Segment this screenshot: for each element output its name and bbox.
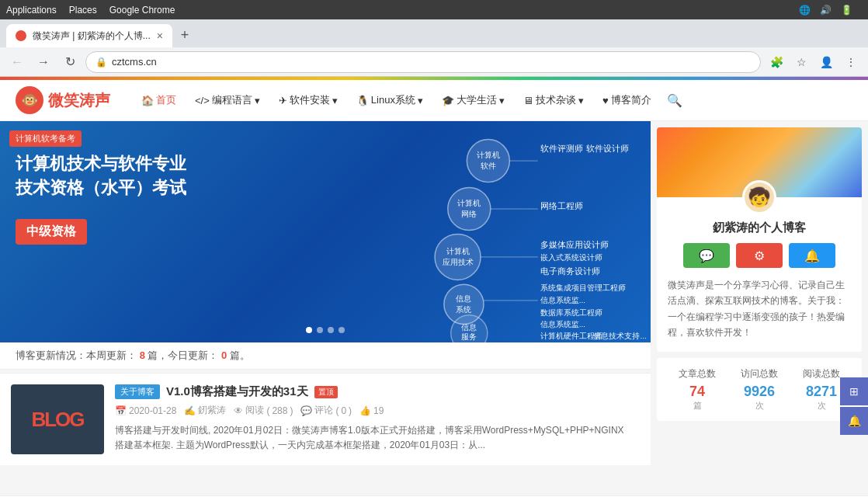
address-bar[interactable]: 🔒 cztcms.cn xyxy=(85,51,761,73)
profile-body: 釰紫涛的个人博客 💬 ⚙ 🔔 微笑涛声是一个分享学习心得、记录自己生活点滴、探索… xyxy=(657,197,862,352)
svg-text:服务: 服务 xyxy=(461,332,477,341)
sidebar-profile: 🧒 釰紫涛的个人博客 💬 ⚙ 🔔 微笑涛声是一个分享学习心得、记录自己生活点滴、… xyxy=(657,127,862,352)
article-views: 👁 阅读(288) xyxy=(234,404,293,417)
right-sidebar: 🧒 釰紫涛的个人博客 💬 ⚙ 🔔 微笑涛声是一个分享学习心得、记录自己生活点滴、… xyxy=(651,121,868,495)
page-content: 🐵 微笑涛声 🏠 首页 </> 编程语言 ▾ ✈ 软件安装 ▾ 🐧 Linux系… xyxy=(0,77,868,497)
tab-favicon xyxy=(16,30,26,41)
logo-icon: 🐵 xyxy=(16,86,43,114)
menu-button[interactable]: ⋮ xyxy=(840,51,862,73)
wechat-button[interactable]: 💬 xyxy=(683,243,730,268)
nav-home-label: 首页 xyxy=(156,93,176,107)
article-thumbnail: BLOG xyxy=(11,384,104,454)
site-nav: 🏠 首页 </> 编程语言 ▾ ✈ 软件安装 ▾ 🐧 Linux系统 ▾ 🎓 大… xyxy=(134,89,852,112)
nav-linux[interactable]: 🐧 Linux系统 ▾ xyxy=(349,89,431,112)
svg-text:应用技术: 应用技术 xyxy=(443,258,474,266)
dot-3[interactable] xyxy=(328,327,334,333)
nav-college[interactable]: 🎓 大学生活 ▾ xyxy=(434,89,512,112)
today-count: 0 xyxy=(221,349,227,361)
svg-text:网络: 网络 xyxy=(461,210,477,218)
tab-close-button[interactable]: × xyxy=(157,30,163,42)
sidebar-stats: 文章总数 74 篇 访问总数 9926 次 阅读总数 8271 次 xyxy=(657,358,862,421)
articles-stat-label: 文章总数 xyxy=(666,367,728,381)
article-likes: 👍 19 xyxy=(359,404,384,417)
profile-avatar: 🧒 xyxy=(742,180,776,214)
profile-banner: 🧒 xyxy=(657,127,862,197)
bookmark-button[interactable]: ☆ xyxy=(790,51,812,73)
profile-button[interactable]: 👤 xyxy=(815,51,837,73)
floating-buttons: ⊞ 🔔 xyxy=(840,377,868,435)
os-bar: Applications Places Google Chrome 🌐 🔊 🔋 xyxy=(0,0,868,19)
svg-text:信息系统监...: 信息系统监... xyxy=(540,320,585,328)
svg-text:计算机: 计算机 xyxy=(457,199,481,207)
nav-software[interactable]: ✈ 软件安装 ▾ xyxy=(271,89,345,112)
nav-about[interactable]: ♥ 博客简介 xyxy=(595,89,659,112)
nav-programming-label: 编程语言 xyxy=(212,93,252,107)
article-info: 关于博客 V1.0博客搭建与开发的31天 置顶 📅 2020-01-28 ✍ 釰… xyxy=(104,384,640,454)
extensions-button[interactable]: 🧩 xyxy=(766,51,787,73)
update-text: 博客更新情况：本周更新： xyxy=(16,349,137,361)
hero-title: 计算机技术与软件专业技术资格（水平）考试 xyxy=(16,152,387,200)
visits-stat: 访问总数 9926 次 xyxy=(728,367,790,412)
github-button[interactable]: ⚙ xyxy=(736,243,783,268)
new-tab-button[interactable]: + xyxy=(174,24,196,46)
forward-button[interactable]: → xyxy=(33,51,54,73)
hero-banner: 计算机软考备考 计算机技术与软件专业技术资格（水平）考试 中级资格 计算机 软件… xyxy=(0,121,651,342)
articles-stat: 文章总数 74 篇 xyxy=(666,367,728,412)
network-icon: 🌐 xyxy=(799,5,811,16)
search-button[interactable]: 🔍 xyxy=(667,93,682,108)
article-comments: 💬 评论(0) xyxy=(300,404,352,417)
places-menu[interactable]: Places xyxy=(69,5,97,16)
profile-description: 微笑涛声是一个分享学习心得、记录自己生活点滴、探索互联网技术的博客。关于我：一个… xyxy=(668,277,851,341)
svg-text:信息: 信息 xyxy=(456,294,471,303)
article-author: ✍ 釰紫涛 xyxy=(184,404,226,417)
svg-text:嵌入式系统设计师: 嵌入式系统设计师 xyxy=(540,253,602,262)
svg-text:信息系统监...: 信息系统监... xyxy=(540,296,585,304)
grid-float-button[interactable]: ⊞ xyxy=(840,377,868,405)
nav-software-label: 软件安装 xyxy=(290,93,330,107)
nav-tech[interactable]: 🖥 技术杂谈 ▾ xyxy=(516,89,592,112)
hero-dots xyxy=(306,327,345,333)
browser-chrome: 微笑涛声 | 釰紫涛的个人博... × + ← → ↻ 🔒 cztcms.cn … xyxy=(0,19,868,77)
nav-about-label: 博客简介 xyxy=(611,93,651,107)
left-content: 计算机软考备考 计算机技术与软件专业技术资格（水平）考试 中级资格 计算机 软件… xyxy=(0,121,651,495)
dot-2[interactable] xyxy=(317,327,323,333)
weekly-unit: 篇，今日更新： xyxy=(148,349,218,361)
article-title[interactable]: V1.0博客搭建与开发的31天 xyxy=(166,384,308,399)
today-unit: 篇。 xyxy=(230,349,250,361)
article-excerpt: 博客搭建与开发时间线, 2020年01月02日：微笑涛声博客1.0版本正式开始搭… xyxy=(115,423,629,453)
site-header: 🐵 微笑涛声 🏠 首页 </> 编程语言 ▾ ✈ 软件安装 ▾ 🐧 Linux系… xyxy=(0,80,868,121)
svg-text:多媒体应用设计师: 多媒体应用设计师 xyxy=(540,240,609,249)
chevron-down-icon-5: ▾ xyxy=(578,95,584,106)
svg-text:系统: 系统 xyxy=(456,305,471,314)
code-icon: </> xyxy=(195,95,210,106)
monitor-icon: 🖥 xyxy=(523,95,533,106)
svg-text:软件评测师: 软件评测师 xyxy=(540,144,583,153)
back-button[interactable]: ← xyxy=(6,51,28,73)
reload-button[interactable]: ↻ xyxy=(59,51,81,73)
profile-buttons: 💬 ⚙ 🔔 xyxy=(668,243,851,268)
chevron-down-icon-2: ▾ xyxy=(332,95,338,106)
dot-1[interactable] xyxy=(306,327,312,333)
articles-stat-count: 74 xyxy=(666,384,728,400)
active-tab[interactable]: 微笑涛声 | 釰紫涛的个人博... × xyxy=(6,24,172,47)
svg-text:网络工程师: 网络工程师 xyxy=(540,201,583,210)
nav-programming[interactable]: </> 编程语言 ▾ xyxy=(187,89,268,112)
toolbar-actions: 🧩 ☆ 👤 ⋮ xyxy=(766,51,862,73)
top-badge: 置顶 xyxy=(314,386,338,398)
google-chrome-menu[interactable]: Google Chrome xyxy=(109,5,175,16)
battery-icon: 🔋 xyxy=(841,5,852,16)
applications-menu[interactable]: Applications xyxy=(6,5,57,16)
article-meta: 📅 2020-01-28 ✍ 釰紫涛 👁 阅读(288) 💬 评论(0) 👍 1… xyxy=(115,404,629,417)
hero-badge: 计算机软考备考 xyxy=(9,130,82,147)
svg-text:系统集成项目管理工程师: 系统集成项目管理工程师 xyxy=(540,283,626,292)
visits-stat-unit: 次 xyxy=(728,400,790,412)
dot-4[interactable] xyxy=(339,327,345,333)
bell-float-button[interactable]: 🔔 xyxy=(840,407,868,435)
hero-left: 计算机技术与软件专业技术资格（水平）考试 中级资格 xyxy=(0,121,402,342)
notification-button[interactable]: 🔔 xyxy=(789,243,835,268)
url-text: cztcms.cn xyxy=(112,56,751,68)
visits-stat-count: 9926 xyxy=(728,384,790,400)
nav-home[interactable]: 🏠 首页 xyxy=(134,89,184,112)
logo-text: 微笑涛声 xyxy=(48,90,110,111)
nav-tech-label: 技术杂谈 xyxy=(536,93,576,107)
